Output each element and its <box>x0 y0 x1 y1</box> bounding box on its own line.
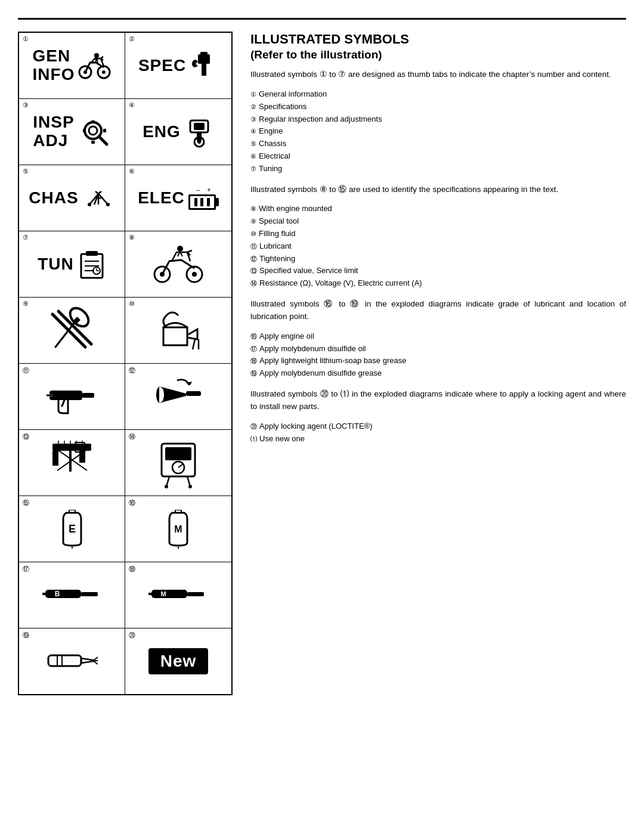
engineoil15-content: E <box>57 496 87 562</box>
svg-rect-11 <box>91 141 95 144</box>
list-text: General information <box>259 88 327 101</box>
list-num: ⑲ <box>250 368 257 379</box>
list-text: Electrical <box>259 150 290 163</box>
cell-loctite19: ⑲ <box>19 628 125 694</box>
cell-lubricant11: ⑪ <box>19 364 125 429</box>
list2: ⑧ With engine mounted⑨ Special tool⑩ Fil… <box>250 203 626 290</box>
list-text: Use new one <box>259 433 305 445</box>
list-item: ⑪ Lubricant <box>250 240 626 253</box>
list-text: Apply molybdenum disulfide grease <box>259 367 382 380</box>
list-item: ⑥ Electrical <box>250 150 626 163</box>
para4: Illustrated symbols ⑳ to ⑴ in the explod… <box>250 388 626 413</box>
para2: Illustrated symbols ⑧ to ⑮ are used to i… <box>250 184 626 196</box>
spec-text: SPEC <box>138 57 186 75</box>
molybdil16-content: M <box>163 496 193 562</box>
list-text: Filling fluid <box>259 228 295 240</box>
list-item: ① General information <box>250 88 626 101</box>
svg-rect-45 <box>82 393 94 398</box>
symbol-grid: ① GEN INFO <box>18 32 233 695</box>
spec-icon <box>190 49 218 82</box>
svg-rect-6 <box>200 52 208 55</box>
resistance14-icon <box>154 438 202 488</box>
tool9-icon <box>47 305 97 356</box>
list-item: ② Specifications <box>250 101 626 113</box>
svg-point-39 <box>67 305 92 330</box>
cell-specval13: ⑬ <box>19 430 125 496</box>
chas-text: CHAS <box>29 189 78 208</box>
cell-num-13: ⑬ <box>23 432 29 441</box>
svg-line-42 <box>193 339 195 349</box>
list-num: ④ <box>250 126 256 137</box>
top-rule <box>18 18 626 20</box>
cell-fluid10: ⑩ <box>125 298 231 363</box>
svg-rect-48 <box>186 391 201 396</box>
elec-text: ELEC <box>138 189 185 208</box>
cell-num-14: ⑭ <box>129 432 135 441</box>
list-item: ③ Regular inspection and adjustments <box>250 113 626 126</box>
eng-text: ENG <box>143 123 181 141</box>
list-item: ⑯ Apply engine oil <box>250 330 626 343</box>
list-text: Chassis <box>259 138 286 150</box>
list-item: ⑲ Apply molybdenum disulfide grease <box>250 367 626 380</box>
list-text: Tightening <box>259 253 295 265</box>
battery-icon: –+ <box>188 186 219 210</box>
list-num: ① <box>250 89 256 100</box>
fluid10-icon <box>154 306 202 354</box>
list-num: ⑯ <box>250 332 257 342</box>
list-item: ⑩ Filling fluid <box>250 228 626 240</box>
cell-num-4: ④ <box>129 101 135 109</box>
eng-icon <box>184 116 214 148</box>
cell-tighten12: ⑫ <box>125 364 231 429</box>
cell-elec: ⑥ ELEC –+ <box>125 165 231 231</box>
list-text: Apply lightweight lithium-soap base grea… <box>259 355 406 367</box>
svg-rect-63 <box>165 447 191 460</box>
svg-point-19 <box>197 140 201 144</box>
cell-spec: ② SPEC <box>125 33 231 98</box>
cell-eng: ④ ENG <box>125 99 231 165</box>
tun-icon <box>78 248 106 281</box>
list-num: ⑴ <box>250 434 257 445</box>
cell-molybdil16: ⑯ M <box>125 496 231 562</box>
grid-row-9: ⑰ B ⑱ <box>19 562 231 628</box>
grid-row-5: ⑨ ⑩ <box>19 298 231 364</box>
insp-adj-icon <box>78 116 111 148</box>
page-subtitle: (Refer to the illustration) <box>250 48 626 61</box>
list-text: Engine <box>259 125 283 138</box>
list-num: ⑰ <box>250 344 257 355</box>
cell-engineoil15: ⑮ E <box>19 496 125 562</box>
text-content: ILLUSTRATED SYMBOLS (Refer to the illust… <box>250 32 626 695</box>
list-num: ⑭ <box>250 278 257 289</box>
list4: ⑳ Apply locking agent (LOCTITE®)⑴ Use ne… <box>250 420 626 445</box>
list-num: ⑤ <box>250 139 256 150</box>
cell-num-1: ① <box>23 35 29 43</box>
cell-num-7: ⑦ <box>23 234 29 241</box>
cell-num-10: ⑩ <box>129 300 135 308</box>
molybdil16-icon: M <box>163 510 193 549</box>
svg-line-14 <box>99 137 107 144</box>
svg-line-65 <box>178 464 183 467</box>
list-item: ⑳ Apply locking agent (LOCTITE®) <box>250 420 626 433</box>
svg-rect-51 <box>52 451 58 466</box>
svg-rect-12 <box>83 129 86 132</box>
list-num: ⑫ <box>250 254 257 265</box>
cell-num-6: ⑥ <box>129 168 135 175</box>
cell-greasem18: ⑱ M <box>125 562 231 628</box>
svg-rect-73 <box>81 592 98 596</box>
list-num: ⑩ <box>250 229 256 240</box>
list-num: ② <box>250 102 256 113</box>
cell-num-3: ③ <box>23 101 29 109</box>
cell-num-12: ⑫ <box>129 366 135 375</box>
lubricant11-icon <box>47 377 97 416</box>
list-num: ③ <box>250 114 256 125</box>
para3: Illustrated symbols ⑯ to ⑲ in the explod… <box>250 298 626 323</box>
list-text: Resistance (Ω), Voltage (V), Electric cu… <box>259 277 422 290</box>
svg-point-36 <box>177 246 183 252</box>
list-text: With engine mounted <box>259 203 332 215</box>
list-item: ⑱ Apply lightweight lithium-soap base gr… <box>250 355 626 367</box>
cell-num-11: ⑪ <box>23 366 29 375</box>
cell-num-19: ⑲ <box>23 631 29 640</box>
list-item: ⑫ Tightening <box>250 253 626 265</box>
grid-row-4: ⑦ TUN <box>19 231 231 298</box>
svg-rect-80 <box>48 655 81 666</box>
cell-num-2: ② <box>129 35 135 43</box>
